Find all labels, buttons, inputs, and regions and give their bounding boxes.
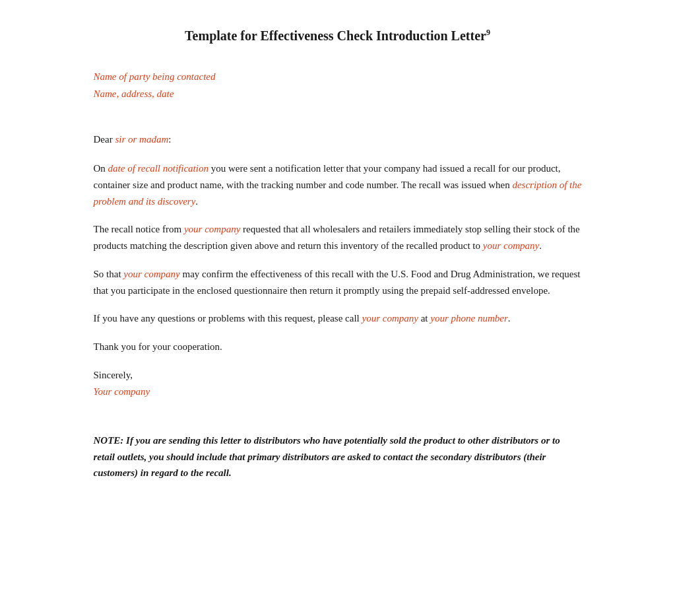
contact-info: Name of party being contacted Name, addr… <box>94 69 582 102</box>
closing-block: Sincerely, Your company <box>94 367 582 401</box>
salutation-prefix: Dear <box>94 134 115 145</box>
p2-suffix: . <box>539 240 542 251</box>
closing-sincerely-text: Sincerely, <box>94 370 133 380</box>
salutation: Dear sir or madam: <box>94 131 582 147</box>
p4-phone-placeholder: your phone number <box>430 313 507 324</box>
p2-prefix: The recall notice from <box>94 224 184 234</box>
title-text: Template for Effectiveness Check Introdu… <box>185 28 486 43</box>
contact-line2: Name, address, date <box>94 86 582 103</box>
p1-date-placeholder: date of recall notification <box>108 163 209 174</box>
p3-prefix: So that <box>94 269 124 279</box>
closing-sincerely: Sincerely, <box>94 367 582 384</box>
p1-prefix: On <box>94 163 108 174</box>
contact-address-placeholder: Name, address, date <box>94 88 174 99</box>
p1-suffix: . <box>195 196 198 207</box>
note-section: NOTE: If you are sending this letter to … <box>94 432 582 481</box>
contact-line1: Name of party being contacted <box>94 69 582 86</box>
paragraph-3: So that your company may confirm the eff… <box>94 266 582 299</box>
paragraph-1: On date of recall notification you were … <box>94 160 582 209</box>
closing-company: Your company <box>94 384 582 401</box>
p4-company-placeholder: your company <box>362 313 418 324</box>
note-text: NOTE: If you are sending this letter to … <box>94 435 560 479</box>
p2-company1-placeholder: your company <box>184 224 240 234</box>
title-superscript: 9 <box>486 28 490 37</box>
paragraph-4: If you have any questions or problems wi… <box>94 310 582 327</box>
salutation-suffix: : <box>168 134 171 145</box>
p4-prefix: If you have any questions or problems wi… <box>94 313 362 324</box>
p5-text: Thank you for your cooperation. <box>94 341 222 352</box>
page-title: Template for Effectiveness Check Introdu… <box>94 26 582 45</box>
paragraph-2: The recall notice from your company requ… <box>94 221 582 254</box>
contact-name-placeholder: Name of party being contacted <box>94 71 216 82</box>
page-container: Template for Effectiveness Check Introdu… <box>54 0 622 521</box>
p3-company-placeholder: your company <box>123 269 179 279</box>
p4-middle: at <box>418 313 430 324</box>
salutation-placeholder: sir or madam <box>115 134 168 145</box>
closing-company-text: Your company <box>94 386 150 397</box>
p4-suffix: . <box>508 313 511 324</box>
spacer <box>94 121 582 131</box>
p2-company2-placeholder: your company <box>483 240 539 251</box>
paragraph-5: Thank you for your cooperation. <box>94 339 582 355</box>
